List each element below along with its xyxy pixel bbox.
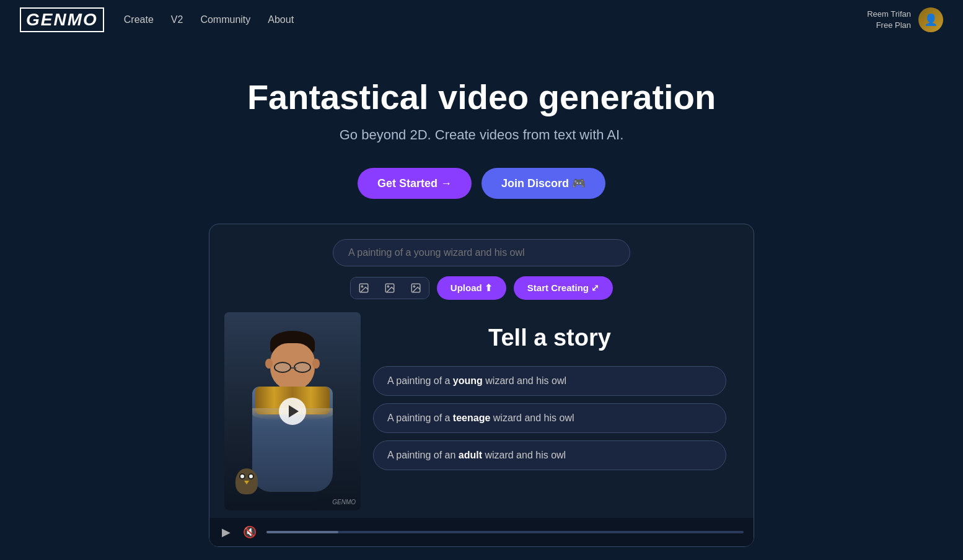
prompt-1-suffix: wizard and his owl: [490, 413, 574, 423]
prompt-item-2[interactable]: A painting of an adult wizard and his ow…: [373, 440, 726, 470]
mute-button[interactable]: 🔇: [240, 525, 259, 539]
hero-title: Fantastical video generation: [12, 77, 951, 117]
nav-links: Create V2 Community About: [124, 14, 294, 25]
prompt-2-suffix: wizard and his owl: [482, 450, 566, 460]
prompt-0-bold: young: [453, 375, 483, 386]
video-controls: ▶ 🔇: [209, 518, 754, 546]
nav-about[interactable]: About: [268, 14, 294, 25]
progress-bar[interactable]: [266, 531, 744, 533]
prompt-input[interactable]: [333, 239, 630, 266]
nav-v2[interactable]: V2: [171, 14, 183, 25]
icon-image-2-button[interactable]: [377, 278, 403, 299]
user-plan: Free Plan: [867, 20, 911, 31]
avatar[interactable]: 👤: [918, 7, 943, 32]
prompt-2-prefix: A painting of an: [387, 450, 459, 460]
nav-create[interactable]: Create: [124, 14, 154, 25]
hero-section: Fantastical video generation Go beyond 2…: [0, 40, 963, 224]
progress-fill: [266, 531, 338, 533]
prompt-0-suffix: wizard and his owl: [483, 375, 566, 386]
start-creating-button[interactable]: Start Creating ⤢: [514, 276, 613, 300]
story-title: Tell a story: [373, 325, 726, 351]
prompt-item-1[interactable]: A painting of a teenage wizard and his o…: [373, 403, 726, 433]
get-started-button[interactable]: Get Started →: [358, 168, 472, 199]
watermark: GENMO: [332, 499, 356, 505]
nav-community[interactable]: Community: [200, 14, 250, 25]
hero-subtitle: Go beyond 2D. Create videos from text wi…: [12, 127, 951, 143]
svg-point-1: [361, 286, 363, 287]
demo-card: Upload ⬆ Start Creating ⤢: [209, 224, 754, 547]
prompt-1-prefix: A painting of a: [387, 413, 453, 423]
play-button[interactable]: [279, 398, 306, 425]
hero-buttons: Get Started → Join Discord 🎮: [12, 168, 951, 199]
user-info: Reem Trifan Free Plan: [867, 9, 911, 31]
story-panel: Tell a story A painting of a young wizar…: [361, 312, 739, 510]
svg-point-5: [413, 286, 415, 287]
prompt-0-prefix: A painting of a: [387, 375, 453, 386]
video-thumbnail: GENMO: [224, 312, 361, 510]
discord-button[interactable]: Join Discord 🎮: [482, 168, 605, 199]
demo-toolbar: Upload ⬆ Start Creating ⤢: [224, 276, 739, 300]
svg-point-3: [387, 286, 389, 287]
navbar: GENMO Create V2 Community About Reem Tri…: [0, 0, 963, 40]
play-pause-button[interactable]: ▶: [219, 525, 233, 539]
logo[interactable]: GENMO: [20, 7, 104, 32]
user-name-text: Reem Trifan: [867, 9, 911, 20]
prompt-item-0[interactable]: A painting of a young wizard and his owl: [373, 366, 726, 396]
icon-image-3-button[interactable]: [403, 278, 429, 299]
video-area: GENMO Tell a story A painting of a young…: [224, 312, 739, 510]
image-mode-group: [350, 277, 429, 299]
demo-input-row: [224, 239, 739, 266]
prompt-1-bold: teenage: [453, 413, 490, 423]
prompt-2-bold: adult: [459, 450, 482, 460]
icon-image-1-button[interactable]: [351, 278, 377, 299]
upload-button[interactable]: Upload ⬆: [437, 276, 506, 300]
user-section: Reem Trifan Free Plan 👤: [867, 7, 943, 32]
